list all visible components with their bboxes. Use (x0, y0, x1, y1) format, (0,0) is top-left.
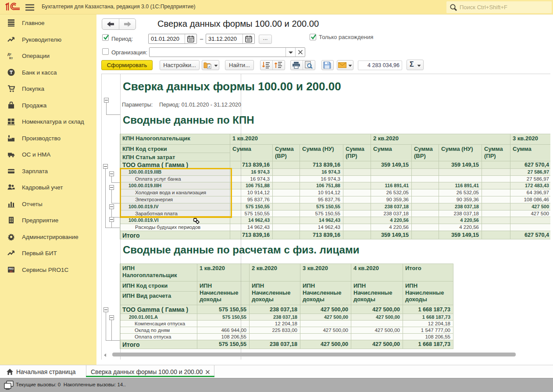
svg-text:Кт: Кт (9, 56, 13, 60)
svg-text:1C: 1C (9, 270, 13, 272)
svg-text:Дт: Дт (7, 52, 11, 56)
